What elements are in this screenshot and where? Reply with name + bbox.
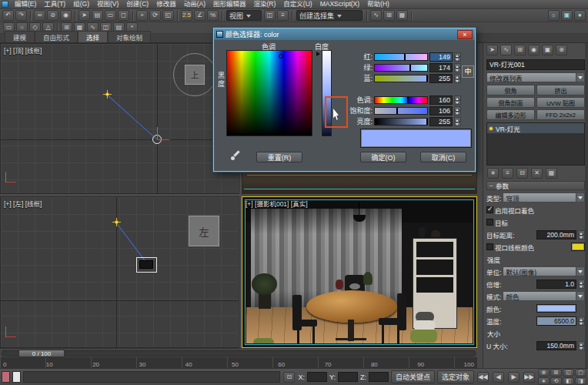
menu-customize[interactable]: 自定义(U) [279,0,316,8]
blue-slider[interactable] [374,75,428,82]
schematic-view-icon[interactable]: ⊞ [383,10,395,21]
spinner[interactable] [454,106,461,116]
angle-snap-icon[interactable]: ∠ [194,10,205,21]
red-slider[interactable] [374,53,428,61]
saturation-slider[interactable] [374,107,428,115]
value-slider[interactable] [374,118,428,126]
move-icon[interactable]: + [136,10,148,21]
scale-icon[interactable]: ◱ [162,10,174,21]
hue-blackness-field[interactable] [226,50,312,136]
selection-filter-button[interactable]: 选定对象 [437,370,474,383]
hue-value-field[interactable]: 160 [429,95,453,105]
remove-modifier-icon[interactable]: ✕ [531,168,543,179]
play-icon[interactable]: ▶ [508,372,520,383]
spinner[interactable] [454,52,461,62]
bind-spacewarp-icon[interactable]: ◉ [60,10,72,21]
rect-region-icon[interactable]: ▭ [105,10,116,21]
green-value-field[interactable]: 174 [429,63,453,72]
unlink-icon[interactable]: ⊘ [47,10,58,21]
tab-freeform[interactable]: 自由形式 [35,31,78,42]
named-selection-set-dropdown[interactable]: 创建选择集 [296,10,362,21]
vray-light-gizmo[interactable] [112,218,121,226]
align-icon[interactable]: ≡ [277,10,289,21]
spinner[interactable] [454,95,461,105]
create-tab-icon[interactable]: ➤ [486,45,498,55]
maxscript-listener-pink[interactable] [2,371,10,383]
select-by-name-icon[interactable]: ▤ [92,10,103,21]
close-icon[interactable]: × [457,30,473,39]
viewport-top[interactable]: [+] [顶] [线框] 上 [0,43,239,194]
tab-object-paint[interactable]: 对象绘制 [108,31,151,42]
zoom-icon[interactable]: ⊕ [538,369,550,377]
make-unique-icon[interactable]: ⊟ [516,168,528,179]
viewport-left-label[interactable]: [+] [左] [线框] [4,199,42,208]
unit-dropdown[interactable]: 默认(图像) [503,266,585,276]
stack-item-vray-light[interactable]: VR-灯光 [487,123,584,133]
camera-object[interactable] [139,260,153,269]
menu-rendering[interactable]: 渲染(R) [250,0,280,8]
green-slider[interactable] [374,64,428,72]
selection-lock-icon[interactable]: ⊡ [283,372,295,383]
go-to-start-icon[interactable]: ◀◀ [477,372,489,383]
render-setup-icon[interactable]: ☼ [548,10,560,21]
go-to-end-icon[interactable]: ▶▶ [523,372,535,383]
cancel-button[interactable]: 取消(C) [420,152,466,162]
uvw-map-button[interactable]: UVW 贴图 [536,97,585,108]
menu-edit[interactable]: 编辑(E) [11,0,40,8]
usize-field[interactable]: 150.0mm [536,341,576,350]
orbit-icon[interactable]: ⟲ [550,377,562,385]
previous-frame-icon[interactable]: ◀ [493,372,504,383]
gizmo-x-axis[interactable] [157,139,169,140]
blue-value-field[interactable]: 255 [429,74,453,83]
ffd-button[interactable]: FFD 2x2x2 [536,109,585,120]
object-name-field[interactable]: VR-灯光001 [486,59,585,70]
app-logo-icon[interactable] [2,1,8,8]
mode-dropdown[interactable]: 颜色 [503,291,585,301]
hue-slider[interactable] [374,96,428,104]
edit-poly-button[interactable]: 编辑多边形 [486,109,535,120]
viewport-camera-label[interactable]: [+] [摄影机001] [真实] [246,199,308,208]
spinner[interactable] [578,316,585,326]
viewport-camera[interactable]: [+] [摄影机001] [真实] [242,196,477,348]
wire-color-checkbox[interactable] [486,243,493,250]
spinner[interactable] [454,117,461,126]
zoom-all-icon[interactable]: ⊞ [550,369,562,377]
multiplier-field[interactable]: 1.0 [536,280,576,289]
eyedropper-icon[interactable] [231,150,241,160]
modify-tab-icon[interactable]: ∿ [500,45,512,55]
undo-icon[interactable]: ↶ [2,10,14,21]
auto-key-button[interactable]: 自动关键点 [391,370,435,383]
menu-tools[interactable]: 工具(T) [40,0,69,8]
modifier-list-dropdown[interactable]: 修改器列表 [486,72,585,82]
ok-button[interactable]: 确定(O) [360,152,406,162]
menu-animation[interactable]: 动画(A) [180,0,209,8]
maximize-viewport-icon[interactable]: ◨ [575,377,586,385]
y-coord-field[interactable] [338,372,358,382]
zoom-extents-icon[interactable]: ◱ [563,369,574,377]
curve-editor-icon[interactable]: ∿ [370,10,382,21]
panel-splitter[interactable] [477,43,483,368]
gizmo-y-axis[interactable] [157,127,158,139]
zoom-region-icon[interactable]: ▢ [575,369,586,377]
menu-help[interactable]: 帮助(H) [363,0,393,8]
field-of-view-icon[interactable]: ◧ [563,377,574,385]
mirror-icon[interactable]: ◫ [264,10,276,21]
menu-create[interactable]: 创建(C) [122,0,152,8]
rotate-icon[interactable]: ⟳ [149,10,161,21]
render-production-icon[interactable]: ● [574,10,586,21]
show-end-result-icon[interactable]: ≡ [502,168,513,179]
extrude-button[interactable]: 挤出 [536,85,585,95]
maxscript-listener-white[interactable] [12,371,21,383]
viewcube[interactable]: 上 [185,65,205,85]
viewport-left[interactable]: [+] [左] [线框] 左 [0,196,239,348]
reset-button[interactable]: 重置(R) [256,152,302,162]
track-bar[interactable]: 0 10 20 30 40 50 60 70 80 90 100 [0,357,477,368]
dialog-titlebar[interactable]: 颜色选择器: color × [214,28,475,40]
select-object-icon[interactable]: ➤ [79,10,90,21]
spinner[interactable] [578,280,585,289]
menu-maxscript[interactable]: MAXScript(X) [316,0,363,8]
redo-icon[interactable]: ↷ [15,10,27,21]
menu-modifiers[interactable]: 修改器 [152,0,180,8]
percent-snap-icon[interactable]: % [207,10,219,21]
select-link-icon[interactable]: ∞ [34,10,45,21]
